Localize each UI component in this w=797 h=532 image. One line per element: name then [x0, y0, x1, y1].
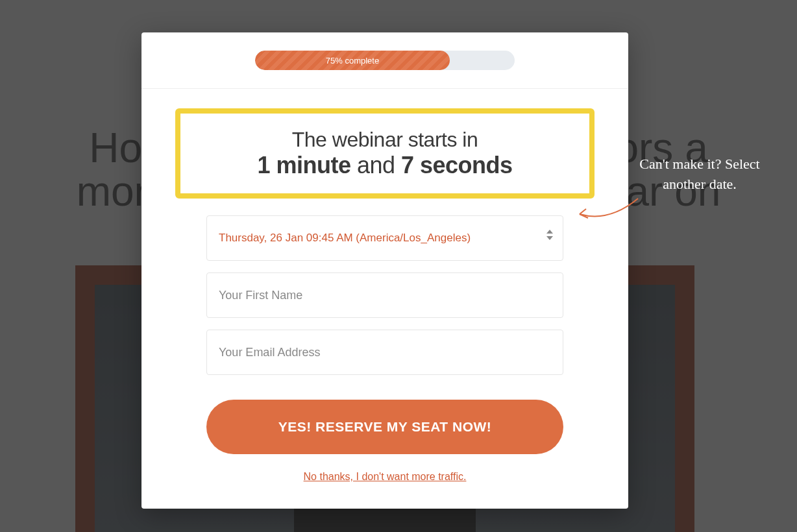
progress-fill: 75% complete	[255, 51, 450, 70]
countdown-and: and	[350, 152, 401, 178]
progress-bar: 75% complete	[255, 51, 515, 70]
countdown-time: 1 minute and 7 seconds	[193, 152, 576, 179]
arrow-icon	[570, 193, 641, 232]
annotation-text: Can't make it? Select another date.	[635, 154, 765, 195]
countdown-prefix: The webinar starts in	[193, 128, 576, 152]
modal-body: The webinar starts in 1 minute and 7 sec…	[141, 89, 628, 509]
reserve-seat-button[interactable]: YES! RESERVE MY SEAT NOW!	[206, 400, 563, 454]
first-name-field[interactable]	[206, 272, 563, 318]
countdown-seconds: 7 seconds	[401, 152, 513, 178]
decline-link[interactable]: No thanks, I don't want more traffic.	[206, 471, 563, 483]
date-select-wrap: Thursday, 26 Jan 09:45 AM (America/Los_A…	[206, 215, 563, 261]
date-select[interactable]: Thursday, 26 Jan 09:45 AM (America/Los_A…	[206, 215, 563, 261]
modal-header: 75% complete	[141, 32, 628, 89]
countdown-minutes: 1 minute	[257, 152, 350, 178]
email-field[interactable]	[206, 330, 563, 375]
registration-modal: 75% complete The webinar starts in 1 min…	[141, 32, 628, 509]
countdown-box: The webinar starts in 1 minute and 7 sec…	[175, 108, 595, 199]
